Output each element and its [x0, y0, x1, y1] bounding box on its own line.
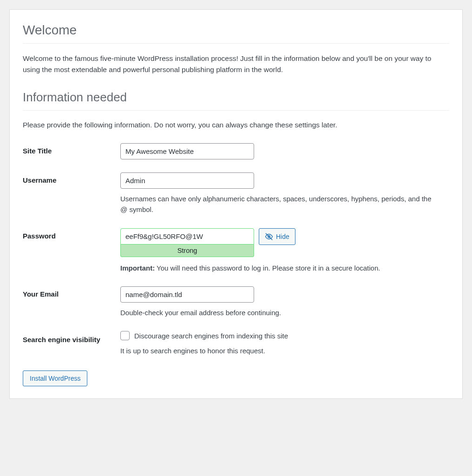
info-needed-heading: Information needed	[23, 90, 449, 111]
username-hint: Usernames can have only alphanumeric cha…	[120, 193, 436, 215]
hide-password-button[interactable]: Hide	[259, 228, 295, 245]
email-hint: Double-check your email address before c…	[120, 307, 436, 318]
password-label: Password	[23, 228, 120, 286]
email-input[interactable]	[120, 286, 254, 303]
install-form-container: Welcome Welcome to the famous five-minut…	[9, 9, 463, 399]
visibility-label: Search engine visibility	[23, 331, 120, 368]
email-label: Your Email	[23, 286, 120, 331]
visibility-checkbox[interactable]	[120, 331, 130, 340]
info-needed-subtext: Please provide the following information…	[23, 121, 449, 129]
password-important-note: Important: You will need this password t…	[120, 263, 436, 273]
password-strength-meter: Strong	[120, 245, 254, 257]
welcome-intro-text: Welcome to the famous five-minute WordPr…	[23, 53, 449, 75]
install-wordpress-button[interactable]: Install WordPress	[23, 370, 87, 386]
username-label: Username	[23, 172, 120, 228]
eye-slash-icon	[265, 232, 273, 241]
important-prefix: Important:	[120, 264, 155, 272]
visibility-note: It is up to search engines to honor this…	[120, 347, 449, 355]
hide-button-label: Hide	[276, 233, 289, 240]
site-title-label: Site Title	[23, 143, 120, 172]
install-form-table: Site Title Username Usernames can have o…	[23, 143, 449, 368]
password-input[interactable]	[120, 228, 254, 245]
site-title-input[interactable]	[120, 143, 254, 159]
username-input[interactable]	[120, 172, 254, 189]
visibility-checkbox-label: Discourage search engines from indexing …	[134, 332, 288, 340]
important-text: You will need this password to log in. P…	[155, 264, 380, 272]
welcome-heading: Welcome	[23, 23, 449, 44]
